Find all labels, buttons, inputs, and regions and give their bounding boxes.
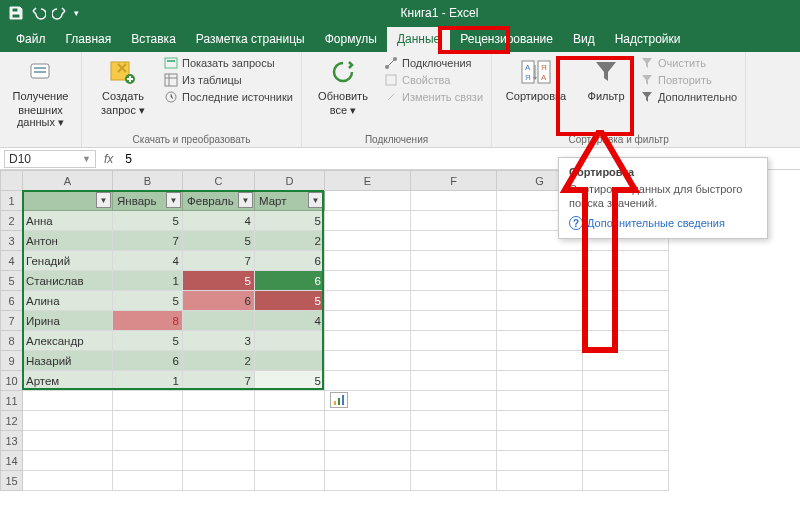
row-header[interactable]: 1 — [1, 191, 23, 211]
table-header-feb[interactable]: Февраль▼ — [183, 191, 255, 211]
cell[interactable] — [113, 471, 183, 491]
cell[interactable]: 1 — [113, 371, 183, 391]
cell[interactable] — [411, 351, 497, 371]
cell[interactable]: 5 — [113, 291, 183, 311]
tab-formulas[interactable]: Формулы — [315, 27, 387, 52]
cell[interactable]: Назарий — [23, 351, 113, 371]
cell[interactable] — [497, 291, 583, 311]
cell[interactable]: Артем — [23, 371, 113, 391]
cell[interactable] — [411, 371, 497, 391]
cell[interactable]: 7 — [183, 371, 255, 391]
cell[interactable] — [411, 471, 497, 491]
filter-dropdown-icon[interactable]: ▼ — [166, 192, 181, 208]
cell[interactable] — [325, 191, 411, 211]
new-query-button[interactable]: Создать запрос ▾ — [90, 56, 156, 116]
cell[interactable] — [583, 291, 669, 311]
fx-icon[interactable]: fx — [96, 152, 121, 166]
cell[interactable] — [583, 251, 669, 271]
cell[interactable] — [183, 451, 255, 471]
sort-button[interactable]: АЯЯА Сортировка — [500, 56, 572, 102]
cell[interactable] — [325, 451, 411, 471]
cell[interactable] — [583, 311, 669, 331]
cell[interactable]: 5 — [113, 211, 183, 231]
filter-dropdown-icon[interactable]: ▼ — [238, 192, 253, 208]
undo-icon[interactable] — [30, 5, 46, 21]
cell[interactable] — [325, 271, 411, 291]
cell[interactable] — [497, 311, 583, 331]
row-header[interactable]: 10 — [1, 371, 23, 391]
cell[interactable] — [497, 271, 583, 291]
cell[interactable]: 2 — [183, 351, 255, 371]
cell[interactable] — [183, 391, 255, 411]
cell[interactable] — [255, 431, 325, 451]
from-table-button[interactable]: Из таблицы — [164, 73, 293, 87]
cell[interactable] — [325, 431, 411, 451]
cell[interactable]: 7 — [113, 231, 183, 251]
refresh-all-button[interactable]: Обновить все ▾ — [310, 56, 376, 116]
table-header-mar[interactable]: Март▼ — [255, 191, 325, 211]
tab-review[interactable]: Рецензирование — [450, 27, 563, 52]
row-header[interactable]: 15 — [1, 471, 23, 491]
cell[interactable] — [583, 391, 669, 411]
cell[interactable] — [497, 331, 583, 351]
cell[interactable] — [583, 351, 669, 371]
row-header[interactable]: 3 — [1, 231, 23, 251]
cell[interactable] — [325, 231, 411, 251]
col-header-C[interactable]: C — [183, 171, 255, 191]
cell[interactable] — [325, 291, 411, 311]
cell[interactable]: 6 — [255, 251, 325, 271]
cell[interactable] — [255, 411, 325, 431]
cell[interactable]: 1 — [113, 271, 183, 291]
cell[interactable] — [583, 451, 669, 471]
cell[interactable] — [497, 351, 583, 371]
cell[interactable] — [497, 451, 583, 471]
filter-dropdown-icon[interactable]: ▼ — [308, 192, 323, 208]
cell[interactable] — [497, 371, 583, 391]
name-box[interactable]: D10 ▼ — [4, 150, 96, 168]
select-all-corner[interactable] — [1, 171, 23, 191]
cell[interactable] — [23, 471, 113, 491]
tab-file[interactable]: Файл — [6, 27, 56, 52]
cell[interactable] — [411, 431, 497, 451]
row-header[interactable]: 11 — [1, 391, 23, 411]
row-header[interactable]: 7 — [1, 311, 23, 331]
row-header[interactable]: 2 — [1, 211, 23, 231]
cell[interactable]: 3 — [183, 331, 255, 351]
cell[interactable] — [23, 451, 113, 471]
row-header[interactable]: 9 — [1, 351, 23, 371]
cell[interactable] — [113, 451, 183, 471]
redo-icon[interactable] — [52, 5, 68, 21]
cell[interactable] — [497, 431, 583, 451]
cell[interactable]: 6 — [113, 351, 183, 371]
filter-dropdown-icon[interactable]: ▼ — [96, 192, 111, 208]
col-header-D[interactable]: D — [255, 171, 325, 191]
cell[interactable] — [583, 411, 669, 431]
cell[interactable] — [325, 331, 411, 351]
show-queries-button[interactable]: Показать запросы — [164, 56, 293, 70]
col-header-A[interactable]: A — [23, 171, 113, 191]
row-header[interactable]: 6 — [1, 291, 23, 311]
cell[interactable] — [411, 191, 497, 211]
cell[interactable] — [255, 331, 325, 351]
cell[interactable] — [411, 251, 497, 271]
cell[interactable] — [411, 291, 497, 311]
cell[interactable] — [183, 431, 255, 451]
tab-view[interactable]: Вид — [563, 27, 605, 52]
cell[interactable]: Ирина — [23, 311, 113, 331]
cell[interactable] — [325, 371, 411, 391]
cell[interactable]: Анна — [23, 211, 113, 231]
get-external-data-button[interactable]: Получение внешних данных ▾ — [8, 56, 73, 128]
cell[interactable]: 2 — [255, 231, 325, 251]
tab-page-layout[interactable]: Разметка страницы — [186, 27, 315, 52]
cell[interactable] — [411, 311, 497, 331]
row-header[interactable]: 5 — [1, 271, 23, 291]
cell[interactable] — [23, 431, 113, 451]
cell[interactable]: 4 — [255, 311, 325, 331]
row-header[interactable]: 14 — [1, 451, 23, 471]
quick-analysis-icon[interactable] — [330, 392, 348, 408]
cell[interactable] — [325, 351, 411, 371]
row-header[interactable]: 13 — [1, 431, 23, 451]
cell[interactable] — [497, 471, 583, 491]
cell[interactable]: 4 — [183, 211, 255, 231]
cell[interactable] — [113, 391, 183, 411]
